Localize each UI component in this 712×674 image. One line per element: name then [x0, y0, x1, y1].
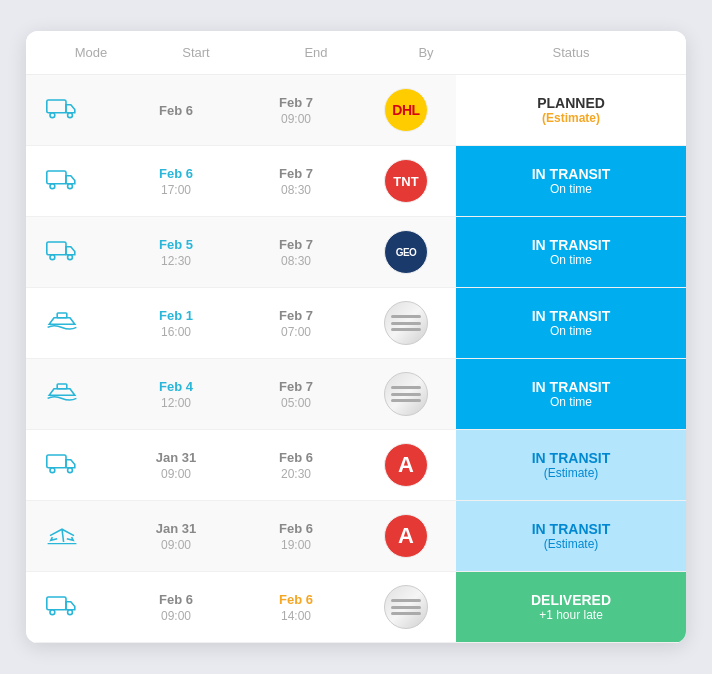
svg-rect-6: [47, 242, 66, 255]
table-row: Feb 1 16:00 Feb 7 07:00 IN TRANSIT On ti…: [26, 288, 686, 359]
carrier-avatar: [384, 372, 428, 416]
table-row: Feb 5 12:30 Feb 7 08:30 GEO IN TRANSIT O…: [26, 217, 686, 288]
table-row: Feb 6 09:00 Feb 6 14:00 DELIVERED +1 hou…: [26, 572, 686, 643]
status-cell: IN TRANSIT On time: [456, 217, 686, 287]
plane-icon: [46, 522, 78, 551]
carrier-cell: [356, 364, 456, 424]
mode-cell: [26, 372, 116, 417]
svg-point-12: [50, 467, 55, 472]
svg-point-2: [68, 112, 73, 117]
status-cell: IN TRANSIT (Estimate): [456, 430, 686, 500]
svg-point-1: [50, 112, 55, 117]
svg-rect-11: [47, 455, 66, 468]
mode-cell: [26, 88, 116, 133]
carrier-avatar: A: [384, 514, 428, 558]
ship-icon: [46, 309, 78, 338]
end-cell: Feb 7 08:30: [236, 229, 356, 276]
svg-point-13: [68, 467, 73, 472]
svg-point-17: [68, 609, 73, 614]
status-cell: PLANNED (Estimate): [456, 75, 686, 145]
truck-icon: [46, 96, 78, 125]
mode-cell: [26, 159, 116, 204]
carrier-cell: [356, 293, 456, 353]
mode-cell: [26, 301, 116, 346]
status-cell: IN TRANSIT (Estimate): [456, 501, 686, 571]
shipment-table: Mode Start End By Status Feb 6 Feb 7 09:…: [26, 31, 686, 643]
carrier-avatar: GEO: [384, 230, 428, 274]
truck-icon: [46, 593, 78, 622]
table-header: Mode Start End By Status: [26, 31, 686, 75]
svg-rect-15: [47, 597, 66, 610]
svg-point-8: [68, 254, 73, 259]
carrier-cell: GEO: [356, 222, 456, 282]
carrier-avatar: [384, 301, 428, 345]
carrier-avatar: TNT: [384, 159, 428, 203]
col-start: Start: [136, 45, 256, 60]
start-cell: Feb 5 12:30: [116, 229, 236, 276]
status-cell: IN TRANSIT On time: [456, 146, 686, 216]
start-cell: Feb 1 16:00: [116, 300, 236, 347]
table-row: Feb 6 17:00 Feb 7 08:30 TNT IN TRANSIT O…: [26, 146, 686, 217]
carrier-cell: A: [356, 506, 456, 566]
svg-point-16: [50, 609, 55, 614]
start-cell: Feb 4 12:00: [116, 371, 236, 418]
start-cell: Feb 6 09:00: [116, 584, 236, 631]
table-row: Feb 4 12:00 Feb 7 05:00 IN TRANSIT On ti…: [26, 359, 686, 430]
end-cell: Feb 7 07:00: [236, 300, 356, 347]
end-cell: Feb 7 05:00: [236, 371, 356, 418]
svg-point-7: [50, 254, 55, 259]
col-end: End: [256, 45, 376, 60]
start-cell: Feb 6 17:00: [116, 158, 236, 205]
truck-icon: [46, 238, 78, 267]
end-cell: Feb 6 14:00: [236, 584, 356, 631]
carrier-cell: A: [356, 435, 456, 495]
mode-cell: [26, 443, 116, 488]
mode-cell: [26, 585, 116, 630]
table-row: Jan 31 09:00 Feb 6 19:00 A IN TRANSIT (E…: [26, 501, 686, 572]
col-by: By: [376, 45, 476, 60]
carrier-cell: [356, 577, 456, 637]
carrier-cell: TNT: [356, 151, 456, 211]
table-row: Feb 6 Feb 7 09:00 DHL PLANNED (Estimate): [26, 75, 686, 146]
svg-rect-0: [47, 100, 66, 113]
svg-rect-3: [47, 171, 66, 184]
end-cell: Feb 7 09:00: [236, 87, 356, 134]
carrier-cell: DHL: [356, 80, 456, 140]
svg-rect-10: [57, 384, 67, 389]
truck-icon: [46, 451, 78, 480]
carrier-avatar: A: [384, 443, 428, 487]
end-cell: Feb 7 08:30: [236, 158, 356, 205]
start-cell: Feb 6: [116, 95, 236, 126]
status-cell: IN TRANSIT On time: [456, 359, 686, 429]
col-mode: Mode: [46, 45, 136, 60]
carrier-avatar: [384, 585, 428, 629]
status-cell: IN TRANSIT On time: [456, 288, 686, 358]
ship-icon: [46, 380, 78, 409]
end-cell: Feb 6 19:00: [236, 513, 356, 560]
start-cell: Jan 31 09:00: [116, 442, 236, 489]
col-status: Status: [476, 45, 666, 60]
mode-cell: [26, 514, 116, 559]
truck-icon: [46, 167, 78, 196]
end-cell: Feb 6 20:30: [236, 442, 356, 489]
svg-point-5: [68, 183, 73, 188]
svg-point-4: [50, 183, 55, 188]
svg-rect-9: [57, 313, 67, 318]
status-cell: DELIVERED +1 hour late: [456, 572, 686, 642]
carrier-avatar: DHL: [384, 88, 428, 132]
mode-cell: [26, 230, 116, 275]
start-cell: Jan 31 09:00: [116, 513, 236, 560]
table-row: Jan 31 09:00 Feb 6 20:30 A IN TRANSIT (E…: [26, 430, 686, 501]
